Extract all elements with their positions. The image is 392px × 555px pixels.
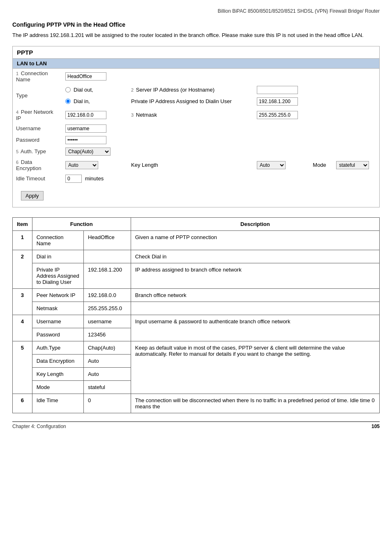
ref-item-4: 4 xyxy=(13,315,32,341)
ref-desc-4: Input username & password to authenticat… xyxy=(131,315,379,341)
pptp-form-table: 1 Connection Name Type Dial out, xyxy=(13,69,379,207)
key-length-label-cell: Key Length xyxy=(128,157,254,173)
username-input-cell xyxy=(62,123,128,134)
reference-table: Item Function Description 1 ConnectionNa… xyxy=(12,217,380,413)
netmask-label-cell: 3 Netmask xyxy=(128,107,254,123)
ref-func-name-5c: Key Length xyxy=(32,367,83,380)
ref-func-name-5d: Mode xyxy=(32,380,83,394)
pptp-title: PPTP xyxy=(13,46,379,59)
ref-func-value-4b: 123456 xyxy=(83,328,131,341)
ref-func-value-3a: 192.168.0.0 xyxy=(83,288,131,302)
password-input-cell xyxy=(62,134,128,146)
num6-badge: 6 xyxy=(16,160,18,165)
peer-network-row: 4 Peer Network IP 3 Netmask xyxy=(13,107,379,123)
password-input[interactable] xyxy=(65,136,106,144)
data-enc-select[interactable]: Auto xyxy=(65,161,98,169)
peer-network-input[interactable] xyxy=(65,111,106,119)
apply-button[interactable]: Apply xyxy=(21,191,44,200)
ref-desc-6: The connection will be disconnected when… xyxy=(131,394,379,413)
ref-item-6: 6 xyxy=(13,394,32,413)
ref-desc-3a: Branch office network xyxy=(131,288,379,302)
idle-timeout-input-cell: minutes xyxy=(62,173,128,184)
apply-row: Apply xyxy=(13,184,379,207)
key-length-select[interactable]: Auto xyxy=(257,161,286,169)
ref-func-name-3b: Netmask xyxy=(32,302,83,315)
mode-label-cell: Mode xyxy=(309,157,333,173)
username-input[interactable] xyxy=(65,124,106,133)
ref-func-value-6: 0 xyxy=(83,394,131,413)
ref-row-1: 1 ConnectionName HeadOffice Given a name… xyxy=(13,230,380,250)
ref-header-item: Item xyxy=(13,217,32,230)
ref-func-name-5b: Data Encryption xyxy=(32,354,83,367)
key-length-select-cell: Auto xyxy=(254,157,309,173)
ref-func-value-5b: Auto xyxy=(83,354,131,367)
server-ip-label-cell: 2 Server IP Address (or Hostname) xyxy=(128,84,254,96)
ref-func-name-2b: Private IP Address Assigned to Dialing U… xyxy=(32,263,83,288)
ref-row-3a: 3 Peer Network IP 192.168.0.0 Branch off… xyxy=(13,288,380,302)
username-row: Username xyxy=(13,123,379,134)
footer-left: Chapter 4: Configuration xyxy=(12,424,66,429)
private-ip-input[interactable] xyxy=(257,97,298,106)
ref-row-6: 6 Idle Time 0 The connection will be dis… xyxy=(13,394,380,413)
mode-select-cell: stateful xyxy=(333,157,379,173)
ref-func-value-3b: 255.255.255.0 xyxy=(83,302,131,315)
num1-badge: 1 xyxy=(16,71,18,76)
password-label: Password xyxy=(13,134,62,146)
dial-in-cell: Dial in, xyxy=(62,96,128,107)
auth-type-select-cell: Chap(Auto) xyxy=(62,146,128,157)
connection-name-input-cell xyxy=(62,69,128,84)
type-row: Type Dial out, 2 Server IP Address (or H… xyxy=(13,84,379,96)
dial-out-radio[interactable] xyxy=(65,87,71,92)
ref-row-5a: 5 Auth.Type Chap(Auto) Keep as default v… xyxy=(13,341,380,354)
ref-header-description: Description xyxy=(131,217,379,230)
ref-func-name-6: Idle Time xyxy=(32,394,83,413)
ref-func-value-5a: Chap(Auto) xyxy=(83,341,131,354)
netmask-input[interactable] xyxy=(257,111,298,119)
ref-desc-1: Given a name of PPTP connection xyxy=(131,230,379,250)
ref-item-5: 5 xyxy=(13,341,32,394)
page-header: Billion BiPAC 8500/8501/8520/8521 SHDSL … xyxy=(12,8,380,14)
peer-network-label: 4 Peer Network IP xyxy=(13,107,62,123)
data-enc-select-cell: Auto xyxy=(62,157,128,173)
num4-badge: 4 xyxy=(16,110,18,115)
num3-badge: 3 xyxy=(131,113,134,117)
ref-table-header-row: Item Function Description xyxy=(13,217,380,230)
ref-item-2: 2 xyxy=(13,250,32,288)
ref-row-3b: Netmask 255.255.255.0 xyxy=(13,302,380,315)
ref-func-value-2a xyxy=(83,250,131,263)
connection-name-label: 1 Connection Name xyxy=(13,69,62,84)
ref-item-3: 3 xyxy=(13,288,32,315)
data-enc-row: 6 Data Encryption Auto Key Length Auto xyxy=(13,157,379,173)
intro-text: The IP address 192.168.1.201 will be ass… xyxy=(12,31,380,39)
ref-func-value-5d: stateful xyxy=(83,380,131,394)
ref-func-name-3a: Peer Network IP xyxy=(32,288,83,302)
server-ip-input[interactable] xyxy=(257,86,298,94)
idle-timeout-input[interactable] xyxy=(65,175,82,183)
connection-name-row: 1 Connection Name xyxy=(13,69,379,84)
ref-func-value-2b: 192.168.1.200 xyxy=(83,263,131,288)
idle-timeout-row: Idle Timeout minutes xyxy=(13,173,379,184)
dial-in-label: Dial in, xyxy=(74,98,90,104)
auth-type-row: 5 Auth. Type Chap(Auto) xyxy=(13,146,379,157)
ref-header-function: Function xyxy=(32,217,131,230)
dial-out-cell: Dial out, xyxy=(62,84,128,96)
ref-func-name-4b: Password xyxy=(32,328,83,341)
num5-badge: 5 xyxy=(16,149,18,154)
footer-right: 105 xyxy=(371,424,380,429)
mode-select[interactable]: stateful xyxy=(336,161,369,169)
ref-item-1: 1 xyxy=(13,230,32,250)
ref-row-2a: 2 Dial in Check Dial in xyxy=(13,250,380,263)
netmask-input-cell xyxy=(254,107,309,123)
type-label: Type xyxy=(13,84,62,107)
server-ip-input-cell xyxy=(254,84,309,96)
ref-desc-2b: IP address assigned to branch office net… xyxy=(131,263,379,288)
ref-desc-2a: Check Dial in xyxy=(131,250,379,263)
dial-in-radio[interactable] xyxy=(65,99,71,104)
connection-name-input[interactable] xyxy=(65,72,106,81)
auth-type-select[interactable]: Chap(Auto) xyxy=(65,147,111,156)
ref-func-name-2a: Dial in xyxy=(32,250,83,263)
section-heading: Configuring PPTP VPN in the Head Office xyxy=(12,21,380,28)
ref-desc-5: Keep as default value in most of the cas… xyxy=(131,341,379,394)
private-ip-label-cell: Private IP Address Assigned to Dialin Us… xyxy=(128,96,254,107)
username-label: Username xyxy=(13,123,62,134)
